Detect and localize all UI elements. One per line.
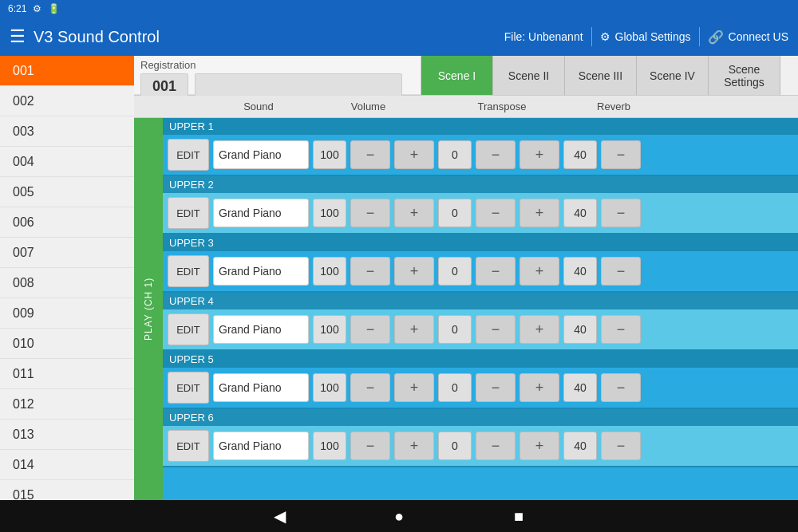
edit-upper4-button[interactable]: EDIT [168,313,209,345]
scene-tab-2[interactable]: Scene II [493,56,565,95]
reg-label: Registration [140,59,414,71]
transpose-upper2-minus[interactable]: − [476,199,516,227]
sidebar-item-009[interactable]: 009 [0,298,134,329]
transpose-upper2-plus[interactable]: + [519,199,559,227]
reverb-upper3-minus[interactable]: − [601,257,641,286]
sidebar-item-012[interactable]: 012 [0,389,134,420]
transpose-upper5-display: 0 [438,373,472,402]
reverb-upper1-display: 40 [563,140,597,169]
vol-upper3-plus[interactable]: + [394,257,434,286]
vol-upper4-display: 100 [313,315,346,344]
file-label: File: Unbenannt [504,30,583,43]
vol-upper1-minus[interactable]: − [350,140,390,169]
channel-upper5-header: UPPER 5 [163,351,798,368]
reverb-upper6-display: 40 [563,432,597,460]
scene-tabs: Scene I Scene II Scene III Scene IV Scen… [421,56,798,95]
transpose-upper4-minus[interactable]: − [476,315,516,344]
scene-tab-3[interactable]: Scene III [565,56,637,95]
back-button[interactable]: ◀ [267,504,291,528]
sidebar-item-010[interactable]: 010 [0,329,134,359]
sound-upper4-display[interactable]: Grand Piano [213,315,309,344]
global-settings-button[interactable]: Global Settings [615,30,691,43]
edit-upper5-button[interactable]: EDIT [168,372,209,404]
divider2 [699,27,700,46]
vol-upper2-minus[interactable]: − [350,199,390,227]
edit-upper1-button[interactable]: EDIT [168,139,209,171]
channel-upper2: UPPER 2 EDIT Grand Piano 100 − + 0 − + 4… [163,176,798,234]
scene-tab-settings[interactable]: Scene Settings [709,56,780,95]
col-transpose: Transpose [430,100,574,112]
vol-upper1-plus[interactable]: + [394,140,434,169]
sidebar: 001 002 003 004 005 006 007 008 009 010 … [0,56,134,500]
sidebar-item-008[interactable]: 008 [0,268,134,298]
sidebar-item-015[interactable]: 015 [0,480,134,500]
scene-tab-1[interactable]: Scene I [421,56,493,95]
reverb-upper3-display: 40 [563,257,597,286]
reverb-upper5-display: 40 [563,373,597,402]
content-area: Registration 001 Scene I Scene II Scene … [134,56,798,500]
channel-upper3: UPPER 3 EDIT Grand Piano 100 − + 0 − + 4… [163,234,798,293]
sound-upper1-display[interactable]: Grand Piano [213,140,309,169]
sound-upper3-display[interactable]: Grand Piano [213,257,309,286]
vol-upper6-minus[interactable]: − [350,432,390,460]
reverb-upper5-minus[interactable]: − [601,373,641,402]
channel-upper2-controls: EDIT Grand Piano 100 − + 0 − + 40 − [163,193,798,233]
vol-upper5-plus[interactable]: + [394,373,434,402]
menu-icon[interactable]: ☰ [10,26,26,47]
vol-upper4-minus[interactable]: − [350,315,390,344]
home-button[interactable]: ● [387,504,411,528]
sidebar-item-006[interactable]: 006 [0,207,134,238]
vol-upper6-plus[interactable]: + [394,432,434,460]
sidebar-item-001[interactable]: 001 [0,56,134,86]
sound-upper5-display[interactable]: Grand Piano [213,373,309,402]
connect-button[interactable]: Connect US [729,30,788,43]
reverb-upper1-minus[interactable]: − [601,140,641,169]
transpose-upper3-plus[interactable]: + [519,257,559,286]
transpose-upper1-minus[interactable]: − [476,140,516,169]
sound-upper2-display[interactable]: Grand Piano [213,199,309,227]
sidebar-item-005[interactable]: 005 [0,177,134,207]
vol-upper4-plus[interactable]: + [394,315,434,344]
recent-apps-button[interactable]: ■ [507,504,531,528]
sound-upper6-display[interactable]: Grand Piano [213,432,309,460]
vol-upper3-minus[interactable]: − [350,257,390,286]
battery-icon: 🔋 [48,3,60,14]
transpose-upper5-minus[interactable]: − [476,373,516,402]
transpose-upper6-minus[interactable]: − [476,432,516,460]
transpose-upper4-plus[interactable]: + [519,315,559,344]
sidebar-item-003[interactable]: 003 [0,116,134,147]
reverb-upper4-minus[interactable]: − [601,315,641,344]
col-volume: Volume [306,100,430,112]
reverb-upper6-minus[interactable]: − [601,432,641,460]
transpose-upper6-plus[interactable]: + [519,432,559,460]
gear-icon: ⚙ [600,30,610,43]
transpose-upper5-plus[interactable]: + [519,373,559,402]
col-reverb: Reverb [574,100,654,112]
reg-scene-row: Registration 001 Scene I Scene II Scene … [134,56,798,96]
sidebar-item-007[interactable]: 007 [0,238,134,268]
sidebar-item-004[interactable]: 004 [0,147,134,177]
transpose-upper3-minus[interactable]: − [476,257,516,286]
topbar-right: File: Unbenannt ⚙ Global Settings 🔗 Conn… [504,27,788,46]
vol-upper1-display: 100 [313,140,346,169]
sidebar-item-002[interactable]: 002 [0,86,134,116]
transpose-upper6-display: 0 [438,432,472,460]
reverb-upper2-minus[interactable]: − [601,199,641,227]
channel-upper6-controls: EDIT Grand Piano 100 − + 0 − + 40 − [163,426,798,466]
edit-upper3-button[interactable]: EDIT [168,255,209,287]
sidebar-item-011[interactable]: 011 [0,359,134,389]
vol-upper5-display: 100 [313,373,346,402]
scene-tab-4[interactable]: Scene IV [637,56,709,95]
vol-upper3-display: 100 [313,257,346,286]
channel-upper1-header: UPPER 1 [163,118,798,135]
vol-upper2-display: 100 [313,199,346,227]
sidebar-item-013[interactable]: 013 [0,420,134,450]
edit-upper6-button[interactable]: EDIT [168,430,209,462]
vol-upper5-minus[interactable]: − [350,373,390,402]
topbar: ☰ V3 Sound Control File: Unbenannt ⚙ Glo… [0,18,798,56]
vol-upper2-plus[interactable]: + [394,199,434,227]
transpose-upper4-display: 0 [438,315,472,344]
edit-upper2-button[interactable]: EDIT [168,197,209,229]
sidebar-item-014[interactable]: 014 [0,450,134,480]
transpose-upper1-plus[interactable]: + [519,140,559,169]
